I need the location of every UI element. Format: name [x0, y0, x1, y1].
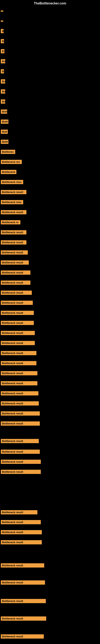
bottleneck-label: Bott — [1, 110, 7, 114]
bottleneck-label: Bottleneck result — [1, 634, 44, 638]
bottleneck-label: B — [1, 49, 4, 53]
bottleneck-item: Bottleneck result — [1, 250, 28, 256]
bottleneck-item: Bottleneck result — [1, 459, 41, 466]
bottleneck-item: Bott — [1, 129, 8, 136]
bottleneck-item: Bottleneck result — [1, 280, 30, 286]
bottleneck-item: Bottleneck result — [1, 290, 32, 296]
bottleneck-item: Bottleneck resu — [1, 179, 23, 186]
bottleneck-item — [1, 18, 3, 23]
bottleneck-item: Bott — [1, 109, 7, 115]
bottleneck-item: Bottleneck result — [1, 260, 29, 266]
bottleneck-item: Bottleneck result — [1, 230, 26, 236]
bottleneck-label: Bottleneck result — [1, 210, 26, 214]
bottleneck-item: Bo — [1, 58, 5, 65]
bottleneck-label: Bo — [1, 89, 5, 94]
bottleneck-item: Bottleneck result — [1, 519, 41, 526]
bottleneck-item: Bottleneck result — [1, 449, 40, 456]
bottleneck-label: Bottleneck result — [1, 301, 33, 305]
bottleneck-item: Bottleneck result — [1, 400, 39, 407]
bottleneck-label: Bottleneck result — [1, 530, 42, 534]
bottleneck-label: Bottleneck result — [1, 381, 37, 386]
bottleneck-label: Bottleneck result — [1, 460, 41, 464]
site-title: TheBottlenecker.com — [0, 0, 100, 7]
bottleneck-item: Bottleneck result — [1, 580, 45, 586]
bottleneck-label: Bottleneck result — [1, 450, 40, 454]
bottleneck-item: Bottleneck result — [1, 539, 42, 546]
bottleneck-label: Bo — [1, 79, 5, 84]
bottleneck-label: Bottleneck result — [1, 540, 42, 544]
bottleneck-item: Bottleneck resu — [1, 199, 23, 206]
bottleneck-label: Bottleneck result — [1, 280, 30, 285]
bottleneck-item: Bo — [1, 88, 5, 95]
bottleneck-item: Bottl — [1, 119, 8, 126]
bottleneck-item: Bottleneck result — [1, 340, 35, 347]
bottleneck-item: Bo — [1, 98, 5, 105]
bottleneck-item: Bottleneck result — [1, 390, 38, 397]
bottleneck-label: Bottleneck result — [1, 341, 35, 345]
bottleneck-item: B — [1, 68, 4, 75]
bottleneck-label — [1, 10, 3, 12]
bottleneck-item: Bottleneck result — [1, 350, 36, 357]
bottleneck-item: Bottleneck result — [1, 320, 34, 327]
bottleneck-item: B — [1, 28, 3, 35]
bottleneck-label: Bottleneck result — [1, 260, 29, 265]
bottleneck-label: Bott — [1, 130, 8, 134]
bottleneck-label: Bottleneck result — [1, 311, 34, 315]
bottleneck-item: Bottleneck result — [1, 410, 40, 417]
bottleneck-label: Bottleneck result — [1, 371, 37, 375]
bottleneck-items-container: BBBBoBBoBoBoBottBottlBottBottlBottlenecB… — [0, 7, 100, 11]
bottleneck-item: Bottleneck result — [1, 370, 37, 377]
bottleneck-item: Bottleneck result — [1, 420, 40, 427]
bottleneck-label: Bottleneck result — [1, 321, 34, 325]
bottleneck-item: B — [1, 48, 4, 55]
bottleneck-label: Bottleneck result — [1, 290, 32, 295]
bottleneck-item: Bottleneck — [1, 169, 16, 176]
bottleneck-item: Bo — [1, 78, 5, 85]
bottleneck-label: Bottleneck result — [1, 439, 39, 443]
bottleneck-label: Bottleneck — [1, 170, 16, 174]
bottleneck-label: Bottleneck result — [1, 470, 41, 474]
bottleneck-label: Bottleneck result — [1, 351, 36, 355]
bottleneck-label: Bottleneck result — [1, 520, 41, 524]
bottleneck-label — [1, 20, 3, 22]
bottleneck-label: Bottleneck re — [1, 220, 20, 224]
bottleneck-item: Bottleneck result — [1, 310, 34, 316]
bottleneck-label: Bottleneck result — [1, 563, 44, 568]
bottleneck-label: Bottl — [1, 140, 8, 144]
bottleneck-label: Bottleneck resu — [1, 180, 23, 184]
bottleneck-item: Bottleneck result — [1, 616, 46, 622]
bottleneck-item: Bottleneck re — [1, 219, 20, 226]
bottleneck-label: Bottl — [1, 120, 8, 124]
bottleneck-label: Bottleneck result — [1, 616, 46, 621]
bottleneck-item: Bottlenec — [1, 149, 15, 156]
bottleneck-item: Bottl — [1, 139, 8, 146]
bottleneck-item — [1, 8, 3, 13]
bottleneck-label: Bottleneck result — [1, 190, 26, 194]
bottleneck-label: B — [1, 39, 4, 43]
bottleneck-item: Bottleneck result — [1, 562, 44, 569]
bottleneck-item: Bottleneck result — [1, 509, 37, 516]
bottleneck-label: Bottleneck result — [1, 331, 35, 335]
bottleneck-label: Bottleneck result — [1, 391, 38, 396]
bottleneck-item: Bottleneck result — [1, 634, 44, 640]
bottleneck-label: Bottleneck result — [1, 361, 36, 365]
bottleneck-label: B — [1, 29, 3, 33]
bottleneck-label: Bottleneck result — [1, 240, 26, 244]
bottleneck-label: Bottleneck result — [1, 401, 39, 406]
bottleneck-item: Bottleneck result — [1, 330, 35, 337]
bottleneck-item: Bottleneck result — [1, 209, 26, 216]
bottleneck-label: Bottlenec — [1, 150, 15, 154]
bottleneck-label: Bottleneck result — [1, 270, 30, 275]
bottleneck-item: Bottleneck result — [1, 360, 36, 367]
bottleneck-item: Bottleneck result — [1, 438, 39, 445]
bottleneck-item: Bottleneck res — [1, 159, 22, 166]
bottleneck-item: Bottleneck result — [1, 300, 33, 306]
bottleneck-item: Bottleneck result — [1, 598, 46, 605]
bottleneck-item: B — [1, 38, 4, 45]
bottleneck-label: Bottleneck result — [1, 422, 40, 426]
bottleneck-label: B — [1, 69, 4, 74]
bottleneck-item: Bottleneck result — [1, 529, 42, 536]
bottleneck-label: Bottleneck resu — [1, 200, 23, 204]
bottleneck-label: Bottleneck result — [1, 510, 37, 514]
bottleneck-label: Bottleneck result — [1, 411, 40, 416]
